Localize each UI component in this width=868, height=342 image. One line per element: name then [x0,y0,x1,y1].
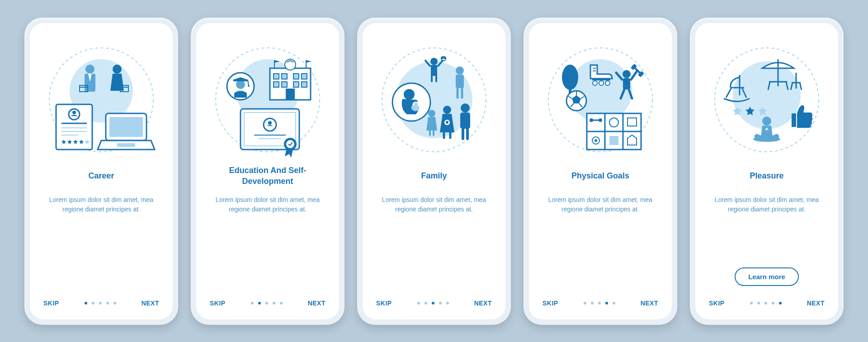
svg-point-107 [590,118,593,122]
dot[interactable] [417,302,420,305]
svg-point-85 [605,81,610,85]
svg-rect-17 [109,117,143,137]
page-dots [251,302,283,305]
dot[interactable] [446,302,449,305]
svg-point-83 [593,81,597,85]
svg-point-11 [72,111,76,114]
dot[interactable] [764,302,767,305]
screen-title: Pleasure [745,165,788,187]
svg-rect-58 [456,75,464,88]
dot[interactable] [92,302,94,305]
phone-career: Career Lorem ipsum dolor sit dim amet, m… [24,18,178,325]
svg-rect-18 [117,143,135,147]
next-button[interactable]: NEXT [641,300,658,307]
skip-button[interactable]: SKIP [376,300,392,307]
education-illustration [209,41,326,159]
dot[interactable] [584,302,586,305]
dot[interactable] [432,302,434,305]
svg-point-49 [430,58,438,65]
screen-desc: Lorem ipsum dolor sit dim amet, mea regi… [373,195,495,300]
screen: Education And Self-Development Lorem ips… [196,23,339,319]
svg-point-53 [441,56,443,59]
screen: Career Lorem ipsum dolor sit dim amet, m… [30,23,173,319]
svg-rect-23 [282,74,287,79]
dot[interactable] [598,302,601,305]
dot[interactable] [750,302,753,305]
svg-point-84 [599,81,604,85]
svg-point-78 [562,65,578,90]
svg-point-120 [762,117,771,126]
svg-rect-24 [293,74,299,79]
dot[interactable] [280,302,283,305]
dot[interactable] [439,302,442,305]
next-button[interactable]: NEXT [308,300,326,307]
page-dots [584,302,615,305]
screen-desc: Lorem ipsum dolor sit dim amet, mea regi… [540,195,661,300]
screen-title: Career [84,165,118,187]
svg-point-68 [443,106,451,114]
pleasure-illustration [708,41,826,159]
svg-rect-82 [592,79,610,80]
svg-rect-73 [460,112,470,129]
dot[interactable] [425,302,427,305]
dot[interactable] [779,302,782,305]
screen: Physical Goals Lorem ipsum dolor sit dim… [529,23,672,319]
skip-button[interactable]: SKIP [43,300,59,307]
screen-desc: Lorem ipsum dolor sit dim amet, mea regi… [706,195,827,267]
screen-title: Physical Goals [567,165,634,187]
svg-point-86 [623,70,631,78]
skip-button[interactable]: SKIP [542,300,558,307]
dot[interactable] [258,302,261,305]
svg-point-112 [594,139,597,142]
learn-more-button[interactable]: Learn more [735,267,799,286]
skip-button[interactable]: SKIP [709,300,725,307]
dot[interactable] [591,302,594,305]
dot[interactable] [273,302,275,305]
dot[interactable] [613,302,615,305]
svg-rect-22 [274,74,279,79]
dot[interactable] [251,302,254,305]
svg-rect-25 [302,74,307,79]
next-button[interactable]: NEXT [474,300,492,307]
dot[interactable] [85,302,87,305]
svg-point-2 [113,65,122,74]
physical-illustration [542,41,659,159]
svg-point-108 [599,118,602,122]
svg-point-54 [443,56,446,59]
dot[interactable] [772,302,774,305]
skip-button[interactable]: SKIP [210,300,226,307]
svg-point-42 [268,121,272,125]
next-button[interactable]: NEXT [807,300,825,307]
svg-rect-26 [274,82,279,87]
svg-rect-113 [609,136,618,145]
svg-rect-30 [286,89,295,100]
svg-rect-27 [282,82,287,87]
svg-rect-87 [623,78,630,89]
family-illustration [375,41,493,159]
page-dots [750,302,782,305]
dot[interactable] [106,302,109,305]
screen-title: Family [416,165,451,187]
screen-title: Education And Self-Development [207,165,328,187]
svg-point-65 [428,110,435,117]
phone-physical: Physical Goals Lorem ipsum dolor sit dim… [524,18,677,325]
svg-point-72 [461,103,470,112]
phone-pleasure: Pleasure Lorem ipsum dolor sit dim amet,… [690,18,844,325]
svg-rect-29 [302,82,307,87]
svg-point-57 [456,66,464,75]
dot[interactable] [99,302,102,305]
dot[interactable] [113,302,116,305]
dot[interactable] [605,302,608,305]
svg-point-38 [248,85,250,87]
footer: SKIP NEXT [706,300,827,310]
next-button[interactable]: NEXT [142,300,159,307]
dot[interactable] [265,302,268,305]
page-dots [417,302,449,305]
dot[interactable] [757,302,760,305]
screen: Family Lorem ipsum dolor sit dim amet, m… [363,23,505,319]
career-illustration [42,41,160,159]
svg-rect-28 [293,82,299,87]
svg-line-89 [631,70,637,80]
svg-point-121 [753,136,780,142]
screen-desc: Lorem ipsum dolor sit dim amet, mea regi… [207,195,328,300]
